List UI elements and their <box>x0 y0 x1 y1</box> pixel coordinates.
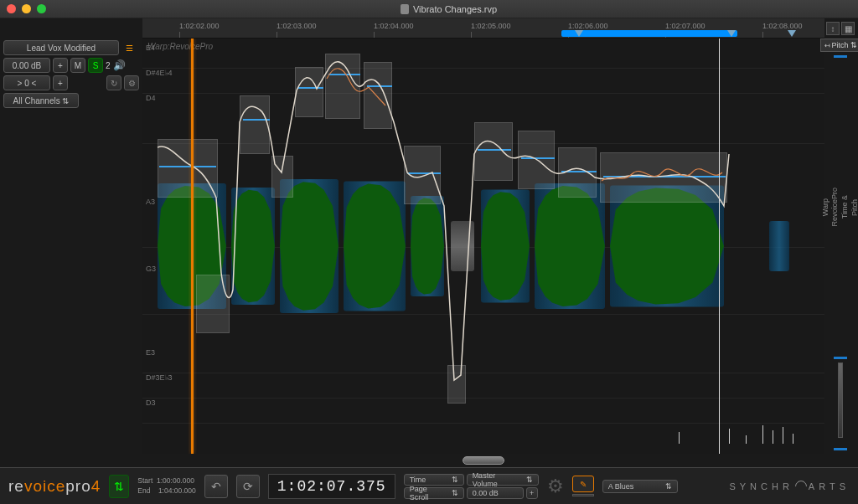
ruler-tick: 1:02:08.000 <box>762 18 803 38</box>
pitch-target <box>407 172 441 174</box>
channel-selector[interactable]: All Channels ⇅ <box>3 93 79 108</box>
pan-add-button[interactable]: + <box>53 75 68 90</box>
pitch-editor-view[interactable]: Warp:RevoicePro E4 D#4E♭4 D4 A3 G3 E3 D#… <box>142 39 824 454</box>
loop-toggle-button[interactable]: ⇅ <box>109 475 129 498</box>
pitch-target <box>603 176 726 177</box>
process-tooltip: Warp RevoicePro Time & Pitch <box>821 188 858 227</box>
cycle-button[interactable]: ⟳ <box>236 475 260 498</box>
transport-bar: revoicepro4 ⇅ Start 1:00:00.000 End 1:04… <box>0 467 858 504</box>
pitch-target <box>521 157 555 159</box>
transient-marker <box>793 434 793 444</box>
right-tool-rail: ↤Pitch⇅ Warp RevoicePro Time & Pitch <box>826 39 855 454</box>
selection-range[interactable] <box>561 30 737 37</box>
level-tick <box>834 357 847 359</box>
gain-field[interactable]: 0.00 dB <box>3 58 50 73</box>
note-block[interactable] <box>295 67 323 117</box>
playhead[interactable] <box>719 39 720 454</box>
pan-field[interactable]: > 0 < <box>3 75 50 90</box>
ruler-tick: 1:02:04.000 <box>374 18 414 38</box>
scroll-mode-selector[interactable]: Page Scroll⇅ <box>404 487 464 499</box>
pitch-target <box>478 149 511 151</box>
logo-arc-icon <box>793 478 809 495</box>
range-display: Start 1:00:00.000 End 1:04:00.000 <box>137 476 195 495</box>
level-tick <box>834 448 847 450</box>
note-lane: D#4E♭4 <box>142 69 824 94</box>
transient-marker <box>762 425 763 444</box>
speaker-icon[interactable]: 🔊 <box>113 59 126 71</box>
minimize-window-button[interactable] <box>22 4 31 13</box>
track-name-button[interactable]: Lead Vox Modified <box>3 40 119 55</box>
marker-out[interactable] <box>727 30 736 37</box>
note-block[interactable] <box>447 365 466 404</box>
ruler-tick: 1:02:02.000 <box>179 18 220 38</box>
note-block[interactable] <box>240 95 270 154</box>
pitch-target <box>298 87 323 89</box>
marker-in[interactable] <box>575 30 583 37</box>
note-lane: D#3E♭3 <box>142 373 824 399</box>
transient-marker <box>773 430 773 444</box>
scale-selector[interactable]: A Blues⇅ <box>602 480 678 493</box>
reload-button[interactable]: ↻ <box>106 75 121 90</box>
transient-marker <box>746 435 747 444</box>
app-brand: revoicepro4 <box>8 477 101 496</box>
document-icon <box>401 4 409 14</box>
layer-count: 2 <box>106 61 111 70</box>
track-header-panel: Lead Vox Modified ☰ 0.00 dB + M S 2 🔊 > … <box>3 40 139 111</box>
note-block[interactable] <box>518 131 555 189</box>
note-block[interactable] <box>404 146 441 204</box>
ruler-tick: 1:02:03.000 <box>277 18 317 38</box>
edit-cursor[interactable] <box>191 39 194 454</box>
note-block[interactable] <box>474 122 513 181</box>
tool-slot[interactable] <box>572 494 594 496</box>
marker[interactable] <box>788 30 796 37</box>
window-title: Vibrato Changes.rvp <box>46 4 851 14</box>
volume-add-button[interactable]: + <box>526 487 538 499</box>
master-volume-value[interactable]: 0.00 dB <box>467 487 524 499</box>
draw-tool-button[interactable]: ✎ <box>572 476 594 492</box>
zoom-slider[interactable] <box>838 363 843 438</box>
transient-marker <box>783 427 783 444</box>
chevron-updown-icon: ⇅ <box>850 41 857 49</box>
pitch-target <box>159 166 216 167</box>
mute-button[interactable]: M <box>70 58 85 73</box>
solo-button[interactable]: S <box>88 58 103 73</box>
note-lane: E3 <box>142 348 824 373</box>
timeline-ruler[interactable]: 1:02:02.000 1:02:03.000 1:02:04.000 1:02… <box>142 18 824 39</box>
note-block[interactable] <box>558 147 597 198</box>
chevron-updown-icon: ⇅ <box>62 96 69 105</box>
grid-toggle-button[interactable]: ▦ <box>841 22 855 35</box>
pitch-target <box>328 74 360 75</box>
master-volume-selector[interactable]: Master Volume⇅ <box>467 474 539 486</box>
view-mode-selector[interactable]: ↤Pitch⇅ <box>820 39 859 52</box>
note-lane: D3 <box>142 399 824 424</box>
transient-marker <box>729 429 730 444</box>
track-options-icon[interactable]: ☰ <box>121 40 137 55</box>
note-block[interactable] <box>271 156 293 198</box>
zoom-window-button[interactable] <box>37 4 46 13</box>
note-block[interactable] <box>325 54 360 119</box>
track-settings-button[interactable]: ⚙ <box>124 75 139 90</box>
time-mode-selector[interactable]: Time⇅ <box>404 474 464 486</box>
horizontal-scrollbar[interactable] <box>142 455 824 465</box>
fit-vertical-button[interactable]: ↕ <box>826 22 840 35</box>
pitch-target <box>367 85 392 87</box>
transient-marker <box>679 432 680 444</box>
settings-gear-icon[interactable]: ⚙ <box>547 476 564 497</box>
undo-button[interactable]: ↶ <box>204 475 228 498</box>
note-block[interactable] <box>600 152 727 203</box>
pitch-target <box>243 119 270 121</box>
note-lane: E4 <box>142 44 824 69</box>
note-block[interactable] <box>158 139 218 198</box>
scrollbar-thumb[interactable] <box>463 456 504 465</box>
level-tick <box>834 55 847 58</box>
timecode-display[interactable]: 1:02:07.375 <box>268 474 395 499</box>
ruler-tick: 1:02:05.000 <box>471 18 511 38</box>
note-block[interactable] <box>364 62 392 129</box>
pitch-target <box>561 171 597 172</box>
note-block[interactable] <box>196 275 230 333</box>
company-brand: SYNCHRARTS <box>729 481 850 492</box>
close-window-button[interactable] <box>7 4 16 13</box>
titlebar: Vibrato Changes.rvp <box>0 0 858 18</box>
gain-add-button[interactable]: + <box>53 58 68 73</box>
